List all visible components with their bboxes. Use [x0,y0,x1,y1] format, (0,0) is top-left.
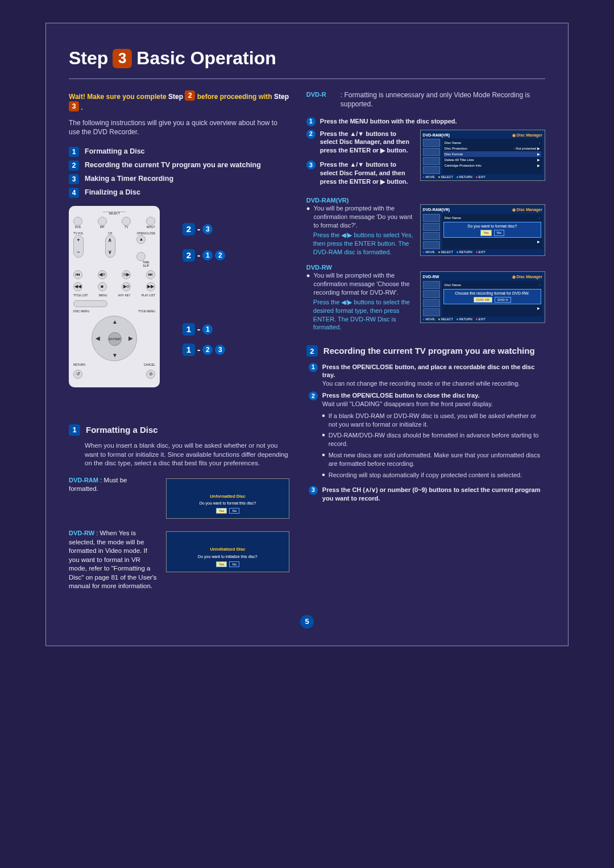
warning-line: Wait! Make sure you complete Step 2 befo… [69,90,289,112]
dvd-rw-tail: Press the ◀/▶ buttons to select the desi… [313,298,413,332]
step-badge-3: 3 [306,160,316,170]
dvd-r-text: : Formatting is unnecessary and only Vid… [341,90,545,109]
remote-select-label: SELECT [103,212,126,216]
toc-label-4: Finalizing a Disc [85,188,140,197]
remote-ch-rocker: ∧∨ [105,235,115,258]
manual-page: Step 3 Basic Operation Wait! Make sure y… [45,23,569,646]
step-badge-2: 2 [306,130,316,139]
badge-step-3: 3 [69,101,79,111]
toc-label-1: Formatting a Disc [85,147,145,156]
warning-step-word: Step [168,93,183,101]
toc-num-2: 2 [69,160,79,171]
dvd-ram-label: DVD-RAM [69,477,98,483]
rec-step-1-text: Press the OPEN/CLOSE button, and place a… [322,363,545,388]
warning-period: . [81,104,82,111]
remote-step-back: ◀II [98,270,107,279]
page-number: 5 [69,615,545,629]
dvd-r-label: DVD-R [306,90,337,109]
remote-enter-btn: ENTER [108,332,122,346]
remote-dvd-btn [73,217,82,226]
dvd-rw-heading: DVD-RW [306,263,545,272]
step-2-text: Press the ▲/▼ buttons to select Disc Man… [320,130,413,155]
ram-vr-bullet: You will be prompted with the confirmati… [314,204,413,230]
remote-tv-btn [122,217,131,226]
ram-vr-tail: Press the ◀/▶ buttons to select Yes, the… [313,231,413,257]
remote-openclose-btn: ▲ [136,235,146,244]
remote-skip-back: ⏮ [73,270,82,279]
section-2-heading: 2 Recording the current TV program you a… [306,345,545,357]
remote-vol-rocker: +− [73,235,84,258]
screenshot-ram-vr: DVD-RAM(VR)◉ Disc Manager Disc Name: Do … [420,204,545,256]
dvd-rw-bullet: You will be prompted with the confirmati… [314,271,413,297]
step-title: Step 3 Basic Operation [69,46,545,71]
toc-num-1: 1 [69,147,79,157]
remote-skip-fwd: ⏭ [146,270,155,279]
dvd-rw-label: DVD-RW [69,530,94,536]
remote-cancel-btn: ⊘ [146,370,155,379]
remote-timeslip-btn [136,252,146,261]
warning-prefix: Wait! Make sure you complete [69,93,167,101]
screenshot-format-prompt: Unformatted Disc Do you want to format t… [166,478,289,519]
warning-mid: before proceeding with [197,93,272,101]
step-title-text: Basic Operation [136,46,276,71]
step-number-badge: 3 [113,49,132,68]
rec-step-3-text: Press the CH (∧/∨) or number (0~9) butto… [322,486,545,503]
toc-label-3: Making a Timer Recording [85,174,173,184]
badge-step-2: 2 [185,90,195,101]
left-column: Wait! Make sure you complete Step 2 befo… [69,90,289,601]
screenshot-dvd-rw: DVD-RW◉ Disc Manager Disc Name: Choose t… [420,271,545,332]
toc-num-4: 4 [69,188,79,198]
remote-play: ▶II [122,282,131,291]
rec-step-2-badge: 2 [309,391,318,400]
dvd-rw-text: : When Yes is selected, the mode will be… [69,530,157,589]
remote-ff: ▶▶ [146,282,155,291]
remote-step-fwd: II▶ [122,270,131,279]
remote-stop: ■ [98,282,107,291]
rec-step-2-text: Press the OPEN/CLOSE button to close the… [322,391,545,482]
section-1-heading: 1 Formatting a Disc [69,424,289,436]
step-badge-1: 1 [306,117,316,126]
step-word: Step [69,46,108,71]
toc-label-2: Recording the current TV program you are… [85,160,261,170]
remote-menu-bar [73,300,107,307]
remote-rew: ◀◀ [73,282,82,291]
intro-text: The following instructions will give you… [69,118,289,137]
right-column: DVD-R : Formatting is unnecessary and on… [306,90,545,601]
remote-control-illustration: SELECT DVD PIP TV INPUT TV VOL+− CH∧∨ OP… [69,206,160,387]
remote-dpad: ▲▼ ◀▶ ENTER [92,316,137,361]
remote-pip-btn [98,217,107,226]
warning-step-word-2: Step [274,93,289,101]
screenshot-disc-manager: DVD-RAM(VR)◉ Disc Manager Disc Name: Dis… [420,130,545,189]
toc-num-3: 3 [69,174,79,184]
step-3-text: Press the ▲/▼ buttons to select Disc For… [320,160,413,186]
dvd-ram-vr-label: DVD-RAM(VR) [306,196,545,205]
step-1-text: Press the MENU button with the disc stop… [320,117,545,126]
screenshot-init-prompt: Uninitialized Disc Do you want to initia… [166,531,289,591]
remote-return-btn: ↺ [73,370,82,379]
remote-input-btn [146,217,155,226]
rec-step-1-badge: 1 [309,363,318,372]
section-1-body: When you insert a blank disc, you will b… [69,441,289,468]
toc: 1Formatting a Disc 2Recording the curren… [69,147,289,198]
divider [69,78,545,79]
rec-step-3-badge: 3 [309,486,318,495]
